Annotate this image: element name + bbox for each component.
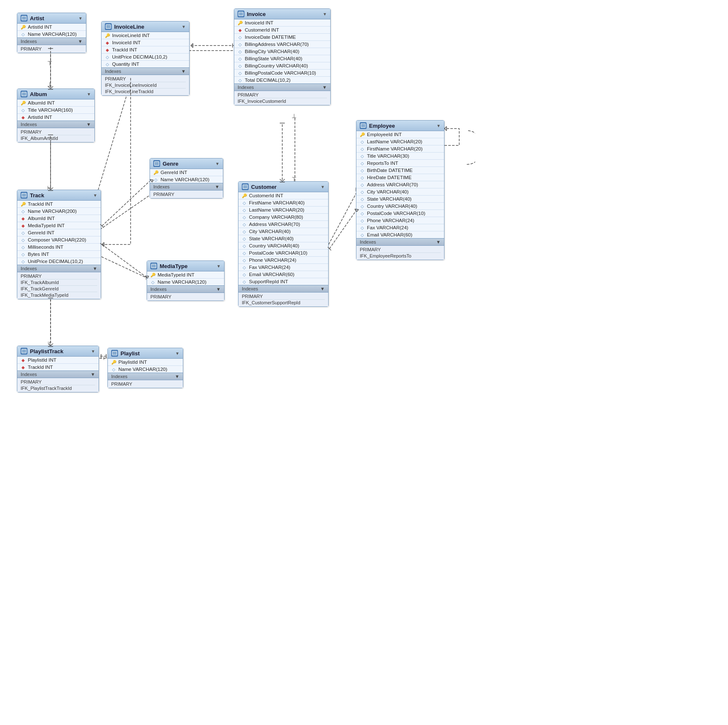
- playlist-dropdown[interactable]: ▼: [175, 351, 179, 356]
- diamond-empty-icon: ◇: [238, 63, 243, 68]
- invoice-table-icon: [238, 11, 244, 17]
- pk-icon: 🔑: [150, 272, 155, 277]
- playlist-indexes-body: PRIMARY: [108, 380, 183, 388]
- artist-indexes-header: Indexes ▼: [17, 38, 86, 45]
- track-dropdown[interactable]: ▼: [93, 193, 97, 198]
- artist-dropdown[interactable]: ▼: [78, 16, 83, 21]
- genre-dropdown[interactable]: ▼: [215, 161, 219, 166]
- fk-icon: ◆: [21, 357, 26, 362]
- invoiceline-field-4: ◇ UnitPrice DECIMAL(10,2): [102, 54, 189, 61]
- employee-indexes-header: Indexes ▼: [356, 238, 444, 246]
- genre-index-1: PRIMARY: [153, 191, 219, 197]
- genre-table-icon: [153, 160, 160, 167]
- svg-line-55: [102, 242, 104, 244]
- invoice-table: Invoice ▼ 🔑 InvoiceId INT ◆ CustomerId I…: [234, 8, 331, 105]
- invoice-table-title: Invoice: [247, 11, 266, 17]
- fk-icon: ◆: [105, 40, 110, 45]
- employee-table: Employee ▼ 🔑 EmployeeId INT ◇ LastName V…: [356, 120, 444, 260]
- customer-field-7: ◇ State VARCHAR(40): [238, 235, 328, 242]
- invoice-field-3: ◇ InvoiceDate DATETIME: [234, 34, 330, 41]
- diamond-empty-icon: ◇: [242, 265, 247, 270]
- invoice-table-header: Invoice ▼: [234, 9, 330, 19]
- employee-table-icon: [360, 122, 367, 129]
- album-field-1: 🔑 AlbumId INT: [17, 99, 94, 107]
- diamond-empty-icon: ◇: [360, 153, 365, 158]
- fk-icon: ◆: [105, 47, 110, 52]
- diamond-icon: ◇: [360, 139, 365, 144]
- diamond-icon: ◇: [242, 207, 247, 212]
- invoiceline-indexes-header: Indexes ▼: [102, 67, 189, 75]
- playlist-field-2: ◇ Name VARCHAR(120): [108, 366, 183, 373]
- diamond-icon: ◇: [21, 107, 26, 113]
- track-index-3: IFK_TrackGenreId: [21, 286, 97, 292]
- album-dropdown[interactable]: ▼: [87, 92, 91, 97]
- invoice-table-body: 🔑 InvoiceId INT ◆ CustomerId INT ◇ Invoi…: [234, 19, 330, 83]
- album-index-2: IFK_AlbumArtistId: [21, 135, 91, 141]
- mediatype-index-1: PRIMARY: [150, 294, 221, 300]
- fk-icon: ◆: [21, 365, 26, 370]
- playlisttrack-field-2: ◆ TrackId INT: [17, 364, 99, 371]
- diamond-empty-icon: ◇: [242, 215, 247, 220]
- diamond-empty-icon: ◇: [242, 250, 247, 255]
- album-index-1: PRIMARY: [21, 129, 91, 135]
- employee-field-8: ◇ Address VARCHAR(70): [356, 181, 444, 188]
- employee-field-6: ◇ BirthDate DATETIME: [356, 167, 444, 174]
- customer-field-11: ◇ Fax VARCHAR(24): [238, 264, 328, 271]
- diamond-empty-icon: ◇: [242, 236, 247, 241]
- pk-icon: 🔑: [153, 170, 158, 175]
- artist-table-icon: [21, 15, 27, 21]
- customer-dropdown[interactable]: ▼: [321, 185, 325, 189]
- playlist-table-body: 🔑 PlaylistId INT ◇ Name VARCHAR(120): [108, 359, 183, 373]
- track-indexes-header: Indexes ▼: [17, 265, 101, 272]
- pk-icon: 🔑: [21, 24, 26, 30]
- employee-table-header: Employee ▼: [356, 121, 444, 131]
- album-indexes-header: Indexes ▼: [17, 121, 94, 128]
- svg-line-52: [191, 46, 193, 48]
- artist-field-2: ◇ Name VARCHAR(120): [17, 31, 86, 38]
- mediatype-dropdown[interactable]: ▼: [217, 264, 221, 269]
- customer-index-1: PRIMARY: [242, 293, 325, 300]
- employee-dropdown[interactable]: ▼: [436, 124, 441, 128]
- mediatype-indexes-body: PRIMARY: [147, 293, 224, 301]
- diamond-empty-icon: ◇: [238, 49, 243, 54]
- invoiceline-dropdown[interactable]: ▼: [182, 24, 186, 29]
- diamond-empty-icon: ◇: [360, 175, 365, 180]
- album-table-body: 🔑 AlbumId INT ◇ Title VARCHAR(160) ◆ Art…: [17, 99, 94, 121]
- diamond-icon: ◇: [105, 54, 110, 59]
- diamond-empty-icon: ◇: [238, 56, 243, 61]
- diamond-empty-icon: ◇: [238, 78, 243, 83]
- diamond-empty-icon: ◇: [150, 279, 155, 285]
- svg-line-71: [102, 181, 150, 226]
- diamond-icon: ◇: [21, 259, 26, 264]
- diamond-empty-icon: ◇: [153, 177, 158, 182]
- playlisttrack-table-header: PlaylistTrack ▼: [17, 346, 99, 357]
- artist-field-1: 🔑 ArtistId INT: [17, 24, 86, 31]
- employee-index-1: PRIMARY: [360, 247, 441, 253]
- artist-index-1: PRIMARY: [21, 46, 83, 52]
- customer-field-10: ◇ Phone VARCHAR(24): [238, 257, 328, 264]
- employee-field-9: ◇ City VARCHAR(40): [356, 188, 444, 196]
- invoice-index-1: PRIMARY: [238, 92, 327, 98]
- employee-table-body: 🔑 EmployeeId INT ◇ LastName VARCHAR(20) …: [356, 131, 444, 238]
- playlisttrack-dropdown[interactable]: ▼: [91, 349, 95, 354]
- playlisttrack-table-body: ◆ PlaylistId INT ◆ TrackId INT: [17, 357, 99, 371]
- diamond-icon: ◇: [21, 252, 26, 257]
- track-indexes-body: PRIMARY IFK_TrackAlbumId IFK_TrackGenreI…: [17, 272, 101, 299]
- invoice-indexes-body: PRIMARY IFK_InvoiceCustomerId: [234, 91, 330, 105]
- diagram-container: ⊤ ⊥ ⊣ ⊢ ⊥ ⊤ ⊢ ⊣ ⊢ ⊣ ⊥ ⊤ ⊢ ⊢ ⊢: [0, 0, 475, 455]
- pk-icon: 🔑: [21, 100, 26, 105]
- mediatype-table-body: 🔑 MediaTypeId INT ◇ Name VARCHAR(120): [147, 271, 224, 285]
- artist-table-title: Artist: [30, 15, 44, 21]
- diamond-icon: ◇: [21, 32, 26, 37]
- track-field-9: ◇ UnitPrice DECIMAL(10,2): [17, 258, 101, 265]
- invoice-field-5: ◇ BillingCity VARCHAR(40): [234, 48, 330, 55]
- invoiceline-index-3: IFK_InvoiceLineTrackId: [105, 89, 186, 94]
- pk-icon: 🔑: [105, 33, 110, 38]
- invoiceline-table-body: 🔑 InvoiceLineId INT ◆ InvoiceId INT ◆ Tr…: [102, 32, 189, 67]
- diamond-empty-icon: ◇: [21, 230, 26, 235]
- invoice-dropdown[interactable]: ▼: [323, 12, 327, 16]
- diamond-empty-icon: ◇: [21, 237, 26, 242]
- mediatype-indexes-header: Indexes ▼: [147, 285, 224, 293]
- playlist-table-icon: [111, 350, 118, 357]
- album-table-icon: [21, 91, 27, 97]
